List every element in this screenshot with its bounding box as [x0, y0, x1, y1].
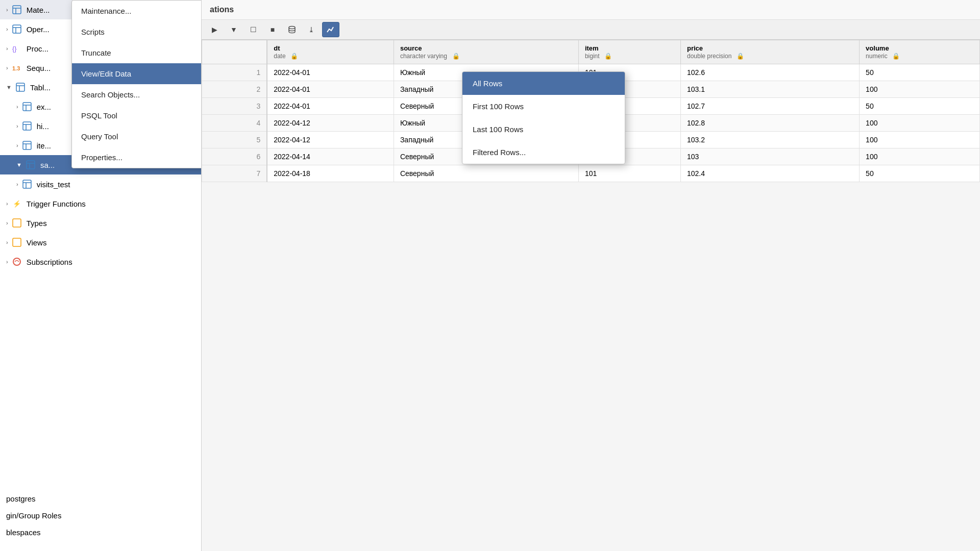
cell-rownum: 6: [202, 148, 267, 165]
expand-arrow-icon: ›: [16, 142, 18, 148]
menu-label-properties: Properties...: [81, 153, 122, 162]
sidebar: ›Mate...›Oper...›{}Proc...›1.3Sequ...▼Ta…: [0, 0, 202, 551]
sidebar-label-hi_table: hi...: [37, 122, 49, 131]
graph-button[interactable]: [322, 22, 339, 37]
cell-volume: 50: [860, 165, 980, 182]
svg-rect-8: [16, 83, 24, 91]
expand-arrow-icon: ›: [6, 45, 8, 52]
sidebar-item-postgres[interactable]: postgres: [0, 490, 201, 507]
cell-volume: 50: [860, 64, 980, 81]
sidebar-item-views[interactable]: ›Views: [0, 233, 201, 252]
menu-item-truncate[interactable]: Truncate ›: [72, 42, 202, 63]
views-icon: [11, 237, 22, 248]
sidebar-item-tablespaces[interactable]: blespaces: [0, 524, 201, 541]
col-header-volume: volume numeric 🔒: [860, 40, 980, 64]
svg-rect-17: [23, 141, 31, 149]
expand-arrow-icon: ›: [6, 65, 8, 71]
cell-rownum: 7: [202, 165, 267, 182]
sidebar-item-login-group-roles[interactable]: gin/Group Roles: [0, 507, 201, 524]
cell-rownum: 4: [202, 115, 267, 132]
cell-price: 102.6: [680, 64, 859, 81]
expand-arrow-icon: ›: [16, 123, 18, 129]
menu-label-query-tool: Query Tool: [81, 132, 118, 141]
sidebar-label-materialized: Mate...: [27, 6, 50, 14]
sidebar-label-views: Views: [27, 238, 47, 247]
col-name-price: price: [687, 44, 853, 52]
cancel-button[interactable]: ■: [264, 22, 281, 37]
cell-dt: 2022-04-14: [267, 148, 394, 165]
cell-price: 102.8: [680, 115, 859, 132]
expand-arrow-icon: ›: [6, 7, 8, 13]
dropdown-button[interactable]: ▼: [225, 22, 242, 37]
explain-button[interactable]: [283, 22, 301, 37]
col-name-dt: dt: [274, 44, 387, 52]
menu-item-maintenance[interactable]: Maintenance...: [72, 1, 202, 21]
expand-arrow-icon: ›: [16, 104, 18, 110]
sidebar-item-visits_test[interactable]: ›visits_test: [0, 174, 201, 194]
expand-arrow-icon: ›: [6, 259, 8, 265]
col-header-dt: dt date 🔒: [267, 40, 394, 64]
table-icon: [21, 140, 33, 151]
svg-rect-20: [27, 161, 35, 169]
sidebar-label-visits_test: visits_test: [37, 180, 70, 189]
stop-button[interactable]: ☐: [244, 22, 262, 37]
sidebar-label-it_table: ite...: [37, 141, 51, 150]
table-icon: [21, 120, 33, 132]
cell-price: 103.1: [680, 81, 859, 98]
submenu-label-all-rows: All Rows: [473, 79, 502, 88]
menu-item-view-edit-data[interactable]: View/Edit Data ›: [72, 63, 202, 84]
db-icon: [288, 26, 296, 34]
seq-icon: 1.3: [11, 62, 22, 73]
sidebar-item-subscriptions[interactable]: ›Subscriptions: [0, 252, 201, 271]
submenu-item-all-rows[interactable]: All Rows: [462, 72, 625, 95]
menu-label-search-objects: Search Objects...: [81, 90, 140, 99]
lock-icon-dt: 🔒: [290, 53, 298, 60]
sidebar-item-trigger_functions[interactable]: ›⚡Trigger Functions: [0, 194, 201, 213]
sidebar-label-procedures: Proc...: [27, 44, 48, 53]
svg-point-29: [13, 258, 20, 265]
run-button[interactable]: ▶: [206, 22, 223, 37]
table-row[interactable]: 72022-04-18Северный101102.450: [202, 165, 980, 182]
sidebar-label-subscriptions: Subscriptions: [27, 258, 72, 266]
table-icon: [25, 159, 36, 170]
menu-item-psql-tool[interactable]: PSQL Tool: [72, 105, 202, 126]
svg-rect-14: [23, 122, 31, 130]
svg-rect-0: [13, 6, 21, 14]
sidebar-bottom: postgres gin/Group Roles blespaces: [0, 490, 201, 541]
trigger-icon: ⚡: [11, 198, 22, 209]
collapse-arrow-icon: ▼: [16, 162, 22, 168]
context-menu: Maintenance... Scripts › Truncate › View…: [71, 0, 202, 168]
download-button[interactable]: ⤓: [303, 22, 320, 37]
submenu: All Rows First 100 Rows Last 100 Rows Fi…: [462, 71, 625, 164]
menu-item-query-tool[interactable]: Query Tool: [72, 126, 202, 147]
main-area: ations ▶ ▼ ☐ ■ ⤓ dt: [202, 0, 980, 551]
proc-icon: {}: [11, 43, 22, 54]
cell-dt: 2022-04-01: [267, 64, 394, 81]
menu-item-scripts[interactable]: Scripts ›: [72, 21, 202, 42]
col-type-price: double precision: [687, 53, 731, 60]
svg-text:1.3: 1.3: [12, 65, 20, 71]
table-header-row: dt date 🔒 source character varying 🔒 ite…: [202, 40, 980, 64]
menu-label-view-edit-data: View/Edit Data: [81, 69, 131, 78]
lock-icon-source: 🔒: [452, 53, 460, 60]
types-icon: [11, 217, 22, 229]
subs-icon: [11, 256, 22, 267]
expand-arrow-icon: ›: [16, 181, 18, 187]
cell-source: Северный: [394, 165, 578, 182]
table-icon: [11, 4, 22, 15]
sidebar-item-types[interactable]: ›Types: [0, 213, 201, 233]
submenu-item-filtered-rows[interactable]: Filtered Rows...: [462, 141, 625, 164]
collapse-arrow-icon: ▼: [6, 84, 12, 90]
svg-rect-23: [23, 180, 31, 188]
cell-rownum: 2: [202, 81, 267, 98]
submenu-item-last-100[interactable]: Last 100 Rows: [462, 118, 625, 141]
table-icon: [15, 82, 26, 93]
table-icon: [11, 23, 22, 35]
submenu-item-first-100[interactable]: First 100 Rows: [462, 95, 625, 118]
menu-item-properties[interactable]: Properties...: [72, 147, 202, 168]
col-name-volume: volume: [866, 44, 973, 52]
cell-rownum: 1: [202, 64, 267, 81]
panel-title: ations: [202, 0, 980, 20]
svg-text:⚡: ⚡: [13, 199, 21, 208]
menu-item-search-objects[interactable]: Search Objects...: [72, 84, 202, 105]
